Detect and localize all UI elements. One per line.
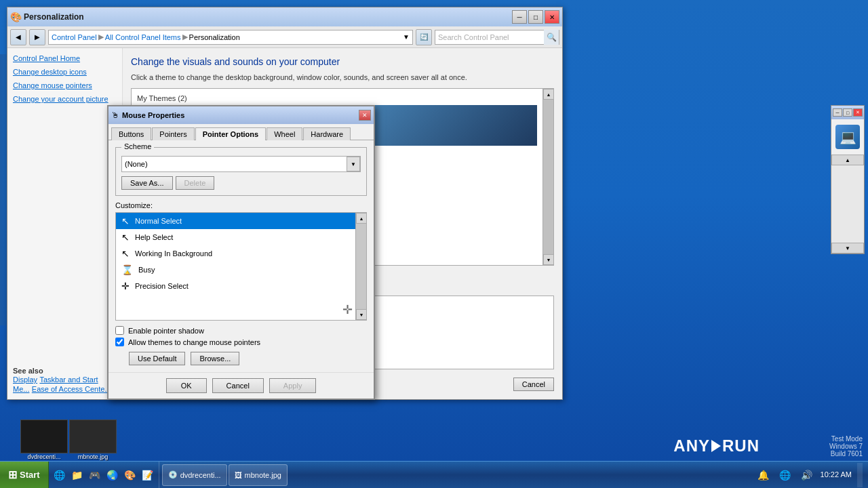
cursor-icon-help: ↖ bbox=[121, 232, 130, 243]
tab-buttons[interactable]: Buttons bbox=[111, 127, 151, 140]
search-input[interactable] bbox=[435, 30, 544, 44]
sidebar-ease-link[interactable]: Ease of Access Cente... bbox=[32, 384, 111, 394]
see-also-section: See also Display Taskbar and Start Me...… bbox=[13, 361, 117, 394]
use-default-button[interactable]: Use Default bbox=[129, 352, 185, 365]
refresh-button[interactable]: 🔄 bbox=[416, 29, 432, 45]
list-item-help-select[interactable]: ↖ Help Select bbox=[116, 229, 355, 245]
list-scroll-thumb bbox=[356, 224, 366, 309]
tab-pointers[interactable]: Pointers bbox=[152, 127, 194, 140]
sidebar-control-panel-home[interactable]: Control Panel Home bbox=[13, 54, 117, 63]
tray-network-icon[interactable]: 🌐 bbox=[777, 467, 793, 483]
sidebar-display-link[interactable]: Display bbox=[13, 375, 37, 384]
enable-shadow-checkbox[interactable] bbox=[115, 326, 124, 335]
quick-browser-icon[interactable]: 🌏 bbox=[104, 467, 121, 483]
dvd-app-thumbnail bbox=[20, 420, 68, 453]
list-item-working-background[interactable]: ↖ Working In Background bbox=[116, 245, 355, 262]
allow-themes-checkbox[interactable] bbox=[115, 338, 124, 346]
dvd-app-preview: dvdrecenti... bbox=[20, 420, 68, 460]
test-mode-line3: Build 7601 bbox=[829, 450, 863, 458]
personalization-cancel-button[interactable]: Cancel bbox=[513, 378, 554, 391]
sidebar-change-mouse-pointers[interactable]: Change mouse pointers bbox=[13, 81, 117, 90]
sidebar-change-desktop-icons[interactable]: Change desktop icons bbox=[13, 67, 117, 77]
dvd-app-name: dvdrecenti... bbox=[180, 471, 221, 479]
scheme-input[interactable] bbox=[122, 157, 347, 171]
list-scroll-down[interactable]: ▼ bbox=[356, 309, 367, 320]
main-title: Change the visuals and sounds on your co… bbox=[131, 56, 554, 67]
scroll-thumb bbox=[543, 100, 553, 254]
clock-time: 10:22 AM bbox=[821, 470, 852, 479]
maximize-button[interactable]: □ bbox=[528, 10, 543, 24]
scroll-down-arrow[interactable]: ▼ bbox=[543, 254, 554, 265]
search-button[interactable]: 🔍 bbox=[544, 30, 559, 45]
delete-button[interactable]: Delete bbox=[176, 176, 215, 190]
desktop: 🎨 Personalization ─ □ ✕ ◀ ▶ Control Pane… bbox=[0, 0, 868, 488]
list-item-precision-select[interactable]: ✛ Precision Select bbox=[116, 278, 355, 294]
mbn-app-icon: 🖼 bbox=[235, 471, 242, 479]
quick-ie-icon[interactable]: 🌐 bbox=[52, 467, 68, 483]
small-scroll-track bbox=[831, 165, 864, 243]
themes-scrollbar[interactable]: ▲ ▼ bbox=[542, 89, 553, 265]
mouse-dialog-close-button[interactable]: ✕ bbox=[359, 110, 371, 121]
mouse-dialog-titlebar: 🖱 Mouse Properties ✕ bbox=[108, 106, 374, 124]
start-button[interactable]: ⊞ Start bbox=[0, 462, 49, 489]
ok-button[interactable]: OK bbox=[166, 378, 207, 393]
allow-themes-label: Allow themes to change mouse pointers bbox=[128, 338, 260, 346]
list-item-busy[interactable]: ⌛ Busy bbox=[116, 262, 355, 278]
small-window-app-icon: 💻 bbox=[835, 125, 860, 149]
small-close-btn[interactable]: ✕ bbox=[853, 108, 863, 117]
small-scroll-down[interactable]: ▼ bbox=[831, 243, 864, 253]
customize-list-inner: ↖ Normal Select ↖ Help Select ↖ Working … bbox=[116, 213, 366, 320]
nav-forward-button[interactable]: ▶ bbox=[29, 29, 45, 45]
quick-paint-icon[interactable]: 🎨 bbox=[122, 467, 138, 483]
list-item-normal-select[interactable]: ↖ Normal Select bbox=[116, 213, 355, 229]
list-scroll-up[interactable]: ▲ bbox=[356, 213, 367, 224]
scheme-dropdown-btn[interactable]: ▼ bbox=[347, 157, 360, 171]
small-scroll-up[interactable]: ▲ bbox=[831, 155, 864, 165]
scroll-up-arrow[interactable]: ▲ bbox=[543, 89, 554, 100]
mouse-dialog-content: Scheme ▼ Save As... Delete Customize: bbox=[108, 140, 374, 372]
tray-notification-icon[interactable]: 🔔 bbox=[755, 467, 772, 483]
scheme-dropdown[interactable]: ▼ bbox=[121, 156, 361, 172]
start-label: Start bbox=[20, 470, 40, 480]
dvd-app-label: dvdrecenti... bbox=[27, 453, 60, 460]
cancel-button[interactable]: Cancel bbox=[212, 378, 264, 393]
show-desktop-button[interactable] bbox=[857, 463, 863, 487]
taskbar-clock[interactable]: 10:22 AM bbox=[821, 470, 852, 479]
browse-button[interactable]: Browse... bbox=[191, 352, 239, 365]
minimize-button[interactable]: ─ bbox=[512, 10, 527, 24]
nav-back-button[interactable]: ◀ bbox=[10, 29, 26, 45]
dvd-app-icon: 💿 bbox=[168, 470, 178, 479]
path-sep-1: ▶ bbox=[98, 33, 104, 41]
address-path[interactable]: Control Panel ▶ All Control Panel Items … bbox=[48, 30, 413, 45]
mouse-dialog-icon: 🖱 bbox=[111, 110, 119, 120]
path-dropdown-button[interactable]: ▼ bbox=[403, 33, 410, 41]
sidebar-change-account-picture[interactable]: Change your account picture bbox=[13, 94, 117, 104]
address-bar: ◀ ▶ Control Panel ▶ All Control Panel It… bbox=[7, 26, 562, 48]
taskbar-dvd-app[interactable]: 💿 dvdrecenti... bbox=[162, 464, 227, 486]
list-item-label-busy: Busy bbox=[138, 266, 155, 274]
list-item-label-precision: Precision Select bbox=[135, 282, 189, 290]
small-maximize-btn[interactable]: □ bbox=[843, 108, 852, 117]
tab-pointer-options[interactable]: Pointer Options bbox=[195, 127, 267, 140]
dialog-footer: OK Cancel Apply bbox=[108, 372, 374, 399]
quick-media-icon[interactable]: 🎮 bbox=[87, 467, 103, 483]
close-button[interactable]: ✕ bbox=[545, 10, 559, 24]
tab-wheel[interactable]: Wheel bbox=[267, 127, 302, 140]
taskbar-apps: 💿 dvdrecenti... 🖼 mbnotе.jpg bbox=[159, 462, 750, 488]
taskbar-mbn-app[interactable]: 🖼 mbnotе.jpg bbox=[229, 464, 288, 486]
small-window-bar: ─ □ ✕ bbox=[831, 106, 864, 119]
path-personalization: Personalization bbox=[189, 33, 240, 41]
small-minimize-btn[interactable]: ─ bbox=[833, 108, 842, 117]
quick-explorer-icon[interactable]: 📁 bbox=[69, 467, 85, 483]
add-cursor-icon: ✛ bbox=[342, 302, 353, 317]
quick-notepad-icon[interactable]: 📝 bbox=[140, 467, 156, 483]
path-control-panel: Control Panel bbox=[52, 33, 97, 41]
options-buttons: Use Default Browse... bbox=[129, 352, 367, 365]
system-tray: 🔔 🌐 🔊 10:22 AM bbox=[750, 462, 868, 488]
apply-button[interactable]: Apply bbox=[269, 378, 317, 393]
mbn-app-label: mbnotе.jpg bbox=[78, 453, 108, 460]
tray-volume-icon[interactable]: 🔊 bbox=[799, 467, 815, 483]
test-mode-line1: Test Mode bbox=[829, 435, 863, 443]
tab-hardware[interactable]: Hardware bbox=[303, 127, 351, 140]
save-as-button[interactable]: Save As... bbox=[121, 176, 173, 190]
